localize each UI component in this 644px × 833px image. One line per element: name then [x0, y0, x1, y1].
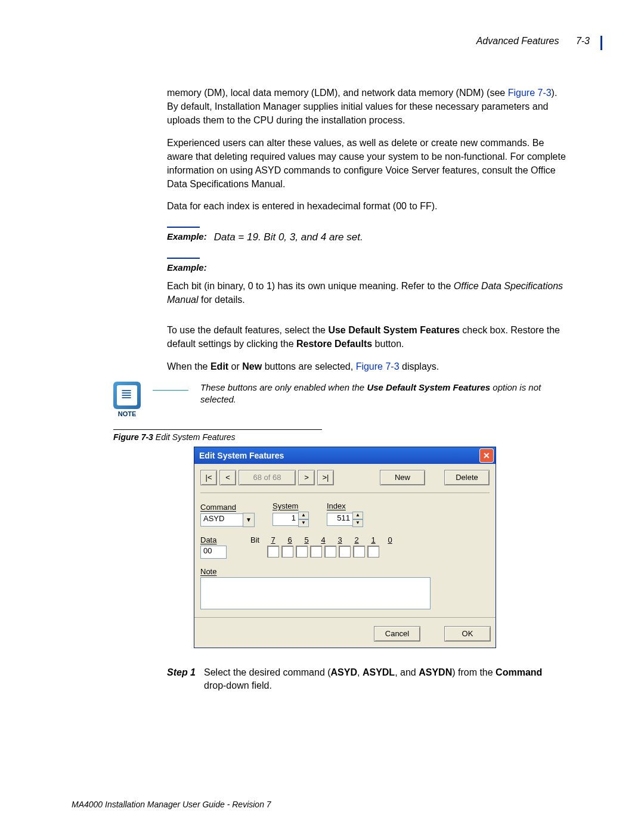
paragraph: memory (DM), local data memory (LDM), an…: [167, 86, 566, 128]
bit-checkbox[interactable]: [367, 546, 379, 558]
example-text: Data = 19. Bit 0, 3, and 4 are set.: [214, 230, 363, 245]
step-instruction: Step 1 Select the desired command (ASYD,…: [167, 666, 555, 693]
spin-up-icon[interactable]: ▲: [298, 512, 309, 519]
paragraph: When the Edit or New buttons are selecte…: [167, 360, 566, 373]
paragraph: To use the default features, select the …: [167, 323, 566, 351]
divider: [167, 258, 200, 259]
bit-header: 4: [316, 535, 330, 544]
edit-system-features-dialog: Edit System Features ✕ |< < 68 of 68 > >…: [194, 447, 496, 648]
note-label: Note: [200, 567, 490, 576]
bit-checkbox[interactable]: [324, 546, 336, 558]
page-footer: MA4000 Installation Manager User Guide -…: [72, 800, 271, 809]
system-value[interactable]: 1: [273, 513, 299, 526]
dialog-titlebar[interactable]: Edit System Features ✕: [194, 447, 496, 464]
last-record-button[interactable]: >|: [317, 470, 334, 485]
bit-checkbox[interactable]: [353, 546, 365, 558]
bits-group: Bit 7 6 5 4 3 2 1 0: [250, 535, 397, 558]
page-number: 7-3: [562, 36, 590, 46]
bit-header: 6: [283, 535, 297, 544]
cancel-button[interactable]: Cancel: [374, 626, 420, 642]
step-text: Select the desired command (ASYD, ASYDL,…: [204, 666, 555, 693]
record-nav: |< < 68 of 68 > >| New Delete: [200, 470, 490, 493]
data-label: Data: [200, 535, 227, 544]
figure-caption: Figure 7-3 Edit System Features: [113, 429, 322, 442]
command-field: Command ASYD ▼: [200, 503, 255, 527]
body-content: memory (DM), local data memory (LDM), an…: [167, 86, 566, 373]
figure-ref-link[interactable]: Figure 7-3: [356, 361, 400, 371]
note-block: NOTE These buttons are only enabled when…: [113, 382, 561, 417]
index-label: Index: [327, 501, 363, 510]
record-counter: 68 of 68: [239, 470, 296, 485]
system-label: System: [273, 501, 309, 510]
note-caption: NOTE: [113, 410, 141, 417]
index-value[interactable]: 511: [327, 513, 353, 526]
figure-title: Edit System Features: [156, 432, 236, 442]
bit-checkbox[interactable]: [339, 546, 351, 558]
example-label: Example:: [167, 261, 207, 274]
note-icon: [113, 382, 141, 409]
close-icon: ✕: [483, 451, 490, 460]
bit-checkbox[interactable]: [296, 546, 308, 558]
bit-header: 0: [383, 535, 397, 544]
bit-header: 1: [366, 535, 380, 544]
system-field: System 1 ▲ ▼: [273, 501, 309, 527]
dialog-title: Edit System Features: [199, 451, 284, 460]
bit-header: 2: [349, 535, 364, 544]
note-text: These buttons are only enabled when the …: [200, 382, 561, 406]
command-label: Command: [200, 503, 255, 512]
figure-ref-link[interactable]: Figure 7-3: [508, 88, 552, 98]
dropdown-icon[interactable]: ▼: [243, 513, 255, 527]
example-label: Example:: [167, 230, 207, 243]
dialog-footer: Cancel OK: [194, 617, 496, 648]
paragraph: Data for each index is entered in hexade…: [167, 199, 566, 213]
divider: [113, 429, 322, 430]
note-field: Note: [200, 567, 490, 611]
command-combobox[interactable]: ASYD ▼: [200, 513, 255, 527]
prev-record-button[interactable]: <: [219, 470, 236, 485]
note-connector: [153, 390, 188, 405]
system-spinner[interactable]: 1 ▲ ▼: [273, 512, 309, 527]
divider: [167, 227, 200, 228]
data-value[interactable]: 00: [200, 546, 227, 559]
delete-button[interactable]: Delete: [444, 470, 490, 485]
page-header: Advanced Features 7-3: [42, 36, 602, 50]
spin-down-icon[interactable]: ▼: [352, 519, 363, 527]
paragraph: Experienced users can alter these values…: [167, 136, 566, 191]
bit-label: Bit: [250, 535, 264, 544]
spin-up-icon[interactable]: ▲: [352, 512, 363, 519]
bit-checkbox[interactable]: [281, 546, 293, 558]
example-block: Example:: [167, 261, 566, 274]
ok-button[interactable]: OK: [444, 626, 491, 642]
bit-checkbox[interactable]: [310, 546, 322, 558]
data-field: Data 00: [200, 535, 227, 559]
first-record-button[interactable]: |<: [200, 470, 217, 485]
index-spinner[interactable]: 511 ▲ ▼: [327, 512, 363, 527]
command-value[interactable]: ASYD: [200, 513, 243, 527]
example-block: Example: Data = 19. Bit 0, 3, and 4 are …: [167, 230, 566, 245]
bit-header: 3: [333, 535, 347, 544]
bit-header: 5: [299, 535, 314, 544]
spin-down-icon[interactable]: ▼: [298, 519, 309, 527]
paragraph: Each bit (in binary, 0 to 1) has its own…: [167, 279, 566, 306]
note-textarea[interactable]: [200, 577, 431, 609]
new-button[interactable]: New: [380, 470, 425, 485]
next-record-button[interactable]: >: [298, 470, 315, 485]
figure-label: Figure 7-3: [113, 432, 153, 442]
section-title: Advanced Features: [476, 36, 559, 46]
close-button[interactable]: ✕: [479, 448, 494, 463]
bit-header: 7: [266, 535, 280, 544]
step-label: Step 1: [167, 666, 196, 693]
bit-checkbox[interactable]: [267, 546, 279, 558]
index-field: Index 511 ▲ ▼: [327, 501, 363, 527]
